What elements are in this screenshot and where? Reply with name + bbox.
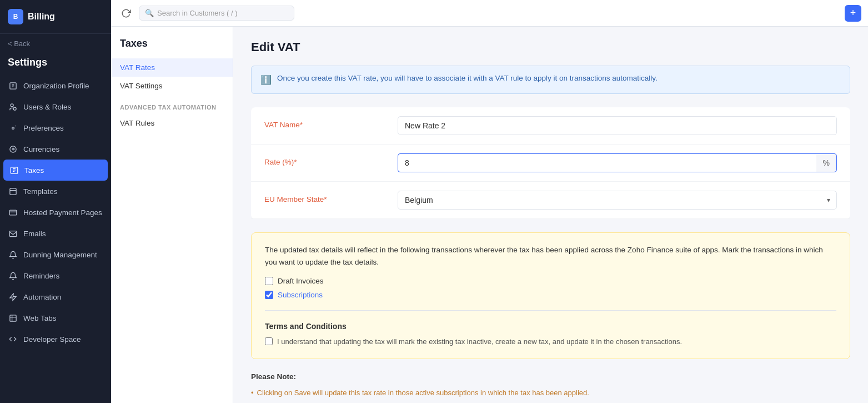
add-button[interactable]: + <box>845 5 861 22</box>
eu-member-state-field: Belgium France Germany Italy Spain Nethe… <box>398 191 837 210</box>
svg-point-3 <box>12 127 14 129</box>
rate-field: % <box>398 153 837 172</box>
sidebar-header: B Billing <box>0 0 111 34</box>
svg-point-2 <box>13 107 16 110</box>
sidebar-item-taxes[interactable]: Taxes <box>3 160 108 181</box>
rate-input[interactable] <box>398 153 816 172</box>
main-area: 🔍 Search in Customers ( / ) + Taxes VAT … <box>111 0 868 403</box>
emails-icon <box>8 228 18 238</box>
settings-section-title: Settings <box>0 53 111 75</box>
note-title: Please Note: <box>251 372 850 381</box>
search-icon: 🔍 <box>145 9 154 17</box>
sidebar-item-label-hosted-payment-pages: Hosted Payment Pages <box>23 208 102 217</box>
sidebar-nav: Organization ProfileUsers & RolesPrefere… <box>0 75 111 403</box>
eu-member-state-select[interactable]: Belgium France Germany Italy Spain Nethe… <box>398 191 837 210</box>
sidebar-item-label-taxes: Taxes <box>24 166 44 175</box>
sidebar-item-label-currencies: Currencies <box>23 145 59 153</box>
vat-name-input[interactable] <box>398 116 837 135</box>
draft-invoices-checkbox[interactable] <box>265 277 273 285</box>
organization-profile-icon <box>8 81 18 91</box>
terms-row: I understand that updating the tax will … <box>265 336 836 347</box>
right-panel: Edit VAT ℹ️ Once you create this VAT rat… <box>233 27 868 403</box>
users-roles-icon <box>8 102 18 112</box>
info-banner-text: Once you create this VAT rate, you will … <box>277 73 658 84</box>
rate-label: Rate (%)* <box>264 153 398 166</box>
hosted-payment-pages-icon <box>8 207 18 217</box>
sidebar-item-label-web-tabs: Web Tabs <box>23 314 57 322</box>
svg-rect-7 <box>9 210 17 215</box>
info-icon: ℹ️ <box>260 73 272 87</box>
yellow-section: The updated tax details will reflect in … <box>251 232 850 359</box>
note-item-2: Remember that it might take some time fo… <box>251 399 850 403</box>
eu-select-wrapper: Belgium France Germany Italy Spain Nethe… <box>398 191 837 210</box>
left-nav-vat-rates[interactable]: VAT Rates <box>111 58 233 77</box>
left-nav-vat-settings[interactable]: VAT Settings <box>111 77 233 95</box>
sidebar-item-organization-profile[interactable]: Organization Profile <box>0 75 111 96</box>
sidebar-item-label-emails: Emails <box>23 230 46 238</box>
sidebar-item-automation[interactable]: Automation <box>0 286 111 307</box>
back-button[interactable]: < Back <box>0 34 111 53</box>
sidebar-item-label-templates: Templates <box>23 187 58 196</box>
sidebar-item-web-tabs[interactable]: Web Tabs <box>0 307 111 329</box>
sidebar-item-label-preferences: Preferences <box>23 124 64 132</box>
search-bar[interactable]: 🔍 Search in Customers ( / ) <box>139 6 294 21</box>
sidebar-item-emails[interactable]: Emails <box>0 223 111 244</box>
search-placeholder: Search in Customers ( / ) <box>157 9 238 17</box>
terms-label[interactable]: I understand that updating the tax will … <box>277 336 682 347</box>
yellow-section-text: The updated tax details will reflect in … <box>265 244 836 268</box>
eu-member-state-label: EU Member State* <box>264 191 398 203</box>
sidebar-item-reminders[interactable]: Reminders <box>0 265 111 286</box>
terms-section: Terms and Conditions I understand that u… <box>265 322 836 347</box>
sidebar-item-templates[interactable]: Templates <box>0 181 111 202</box>
sidebar-item-label-organization-profile: Organization Profile <box>23 82 89 90</box>
sidebar-item-label-automation: Automation <box>23 293 61 301</box>
rate-input-wrapper: % <box>398 153 837 172</box>
svg-marker-9 <box>9 293 16 301</box>
automation-icon <box>8 292 18 302</box>
terms-checkbox[interactable] <box>265 337 273 345</box>
sidebar-item-preferences[interactable]: Preferences <box>0 117 111 138</box>
sidebar-item-label-dunning-management: Dunning Management <box>23 251 97 259</box>
preferences-icon <box>8 123 18 133</box>
sidebar-item-currencies[interactable]: Currencies <box>0 138 111 160</box>
svg-point-1 <box>11 103 13 106</box>
info-banner: ℹ️ Once you create this VAT rate, you wi… <box>251 66 850 94</box>
sidebar-item-label-developer-space: Developer Space <box>23 335 81 344</box>
page-title: Edit VAT <box>251 40 850 54</box>
sidebar-item-label-reminders: Reminders <box>23 272 59 280</box>
content-area: Taxes VAT Rates VAT Settings ADVANCED TA… <box>111 27 868 403</box>
vat-name-label: VAT Name* <box>264 116 398 129</box>
app-logo: B <box>8 9 23 24</box>
left-panel: Taxes VAT Rates VAT Settings ADVANCED TA… <box>111 27 233 403</box>
subscriptions-label[interactable]: Subscriptions <box>278 291 323 299</box>
dunning-management-icon <box>8 250 18 260</box>
terms-title: Terms and Conditions <box>265 322 836 331</box>
draft-invoices-label[interactable]: Draft Invoices <box>278 277 324 285</box>
note-list: Clicking on Save will update this tax ra… <box>251 386 850 403</box>
sidebar: B Billing < Back Settings Organization P… <box>0 0 111 403</box>
sidebar-item-label-users-roles: Users & Roles <box>23 103 71 111</box>
vat-name-row: VAT Name* <box>251 107 850 145</box>
sidebar-item-users-roles[interactable]: Users & Roles <box>0 96 111 117</box>
sidebar-item-developer-space[interactable]: Developer Space <box>0 329 111 350</box>
left-nav-section-advanced: ADVANCED TAX AUTOMATION <box>111 95 233 114</box>
left-nav-vat-rules[interactable]: VAT Rules <box>111 114 233 132</box>
refresh-button[interactable] <box>118 5 134 22</box>
note-item-1: Clicking on Save will update this tax ra… <box>251 386 850 399</box>
section-divider <box>265 310 836 311</box>
svg-rect-8 <box>9 231 17 236</box>
sidebar-item-dunning-management[interactable]: Dunning Management <box>0 244 111 265</box>
draft-invoices-row: Draft Invoices <box>265 277 836 285</box>
rate-row: Rate (%)* % <box>251 145 850 182</box>
vat-name-field <box>398 116 837 135</box>
subscriptions-row: Subscriptions <box>265 291 836 299</box>
sidebar-item-hosted-payment-pages[interactable]: Hosted Payment Pages <box>0 202 111 223</box>
left-panel-title: Taxes <box>111 38 233 58</box>
subscriptions-checkbox[interactable] <box>265 291 273 299</box>
eu-member-state-row: EU Member State* Belgium France Germany … <box>251 182 850 219</box>
form-section: VAT Name* Rate (%)* % <box>251 107 850 219</box>
taxes-icon <box>9 165 19 175</box>
note-section: Please Note: Clicking on Save will updat… <box>251 372 850 403</box>
topbar: 🔍 Search in Customers ( / ) + <box>111 0 868 27</box>
rate-suffix: % <box>816 153 837 172</box>
